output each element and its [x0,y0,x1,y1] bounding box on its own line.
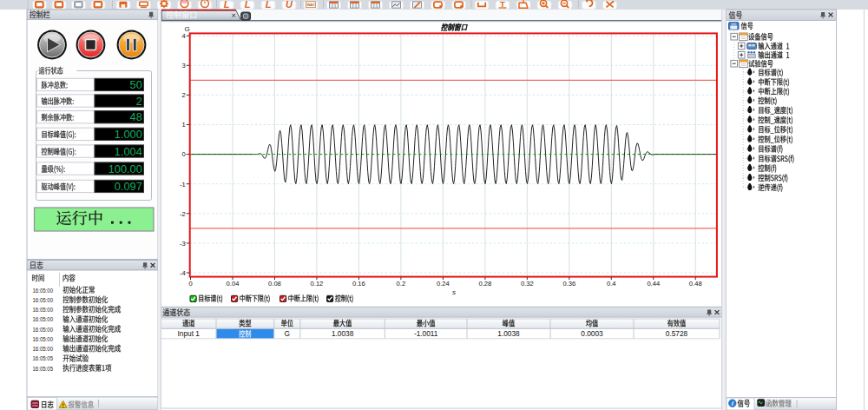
svg-text:L: L [266,0,272,10]
svg-text:0.36: 0.36 [562,280,575,288]
svg-text:0.097: 0.097 [115,180,142,193]
svg-text:0.5728: 0.5728 [666,329,688,338]
svg-text:-1: -1 [180,181,186,188]
svg-text:16:05:05: 16:05:05 [33,365,54,373]
svg-text:-4: -4 [180,269,186,277]
svg-text:WAV: WAV [306,3,314,7]
svg-text:0.04: 0.04 [227,280,240,288]
svg-text:0.44: 0.44 [647,280,660,288]
svg-text:3: 3 [182,62,186,69]
svg-text:1: 1 [182,121,186,129]
svg-text:16:05:00: 16:05:00 [33,296,54,304]
svg-text:L: L [224,0,230,10]
svg-text:16:05:00: 16:05:00 [33,345,54,353]
svg-text:T: T [500,0,505,9]
svg-text:0.08: 0.08 [268,280,281,288]
svg-text:0: 0 [182,150,186,158]
svg-text:2: 2 [136,95,142,108]
svg-text:0.0003: 0.0003 [581,329,603,338]
svg-text:16:05:05: 16:05:05 [33,354,54,362]
svg-text:50: 50 [130,78,142,91]
svg-text:4: 4 [182,32,186,40]
svg-text:0.32: 0.32 [521,280,534,288]
svg-text:0.24: 0.24 [437,280,450,288]
svg-text:1.004: 1.004 [115,145,142,158]
svg-text:16:05:00: 16:05:00 [33,315,54,323]
svg-text:-2: -2 [180,210,186,218]
svg-text:1.0038: 1.0038 [497,329,520,338]
svg-text:-3: -3 [180,240,186,248]
svg-text:16:05:00: 16:05:00 [33,335,54,343]
svg-text:16:05:00: 16:05:00 [33,326,54,334]
svg-text:0.4: 0.4 [607,280,616,288]
svg-text:1.000: 1.000 [115,128,142,141]
svg-text:-1.0011: -1.0011 [414,329,438,338]
svg-text:1.0038: 1.0038 [332,329,354,338]
svg-text:2: 2 [182,91,186,99]
svg-text:U: U [286,0,293,10]
svg-text:L: L [245,0,251,10]
svg-text:0.16: 0.16 [352,280,365,288]
svg-text:G: G [184,25,189,33]
svg-text:s: s [452,288,456,296]
svg-text:Input 1: Input 1 [178,329,201,338]
svg-text:0.2: 0.2 [397,280,406,288]
svg-text:16:05:00: 16:05:00 [33,306,54,314]
svg-text:0: 0 [188,280,192,288]
svg-text:0.12: 0.12 [311,280,324,288]
svg-text:0.48: 0.48 [689,280,702,288]
svg-text:G: G [285,329,290,338]
svg-text:16:05:00: 16:05:00 [33,287,54,294]
svg-text:48: 48 [130,110,142,123]
svg-text:100.00: 100.00 [108,162,142,175]
svg-text:0.28: 0.28 [478,280,491,288]
